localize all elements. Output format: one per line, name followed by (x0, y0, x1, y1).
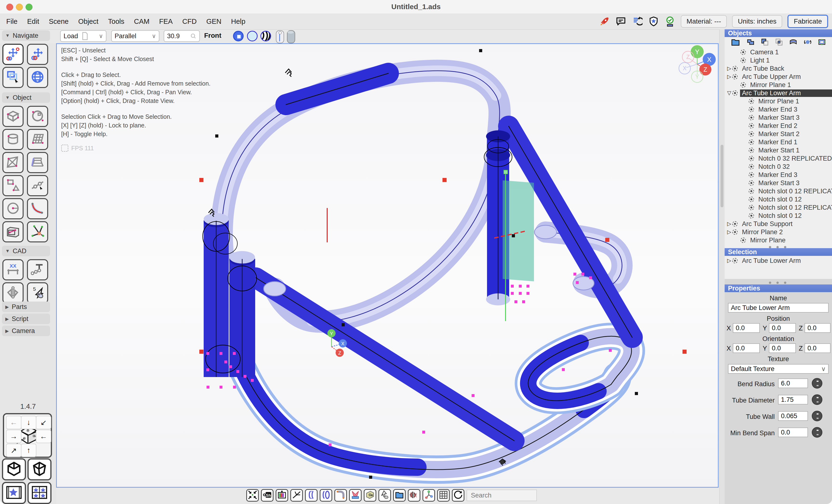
dimension-button[interactable]: XX (2, 259, 24, 280)
tube-bend-button[interactable] (334, 489, 347, 502)
object-visibility-icon[interactable] (749, 213, 754, 218)
search-input[interactable] (467, 489, 537, 501)
object-visibility-icon[interactable] (740, 237, 746, 243)
rotate-icon[interactable] (804, 38, 812, 47)
menu-edit[interactable]: Edit (27, 18, 39, 26)
tree-item[interactable]: Mirror Plane 1 (725, 97, 832, 105)
object-visibility-icon[interactable] (749, 156, 754, 161)
intersect-icon[interactable] (775, 38, 783, 47)
arc-pair-button[interactable] (305, 489, 317, 502)
objects-panel-header[interactable]: Objects (725, 29, 832, 37)
collapse-button[interactable] (246, 489, 259, 502)
bend-radius-field[interactable] (778, 379, 808, 388)
object-visibility-icon[interactable] (749, 197, 754, 202)
lathe-button[interactable] (27, 152, 48, 173)
unfold-button[interactable] (349, 489, 362, 502)
tree-item[interactable]: Marker End 1 (725, 138, 832, 146)
cube-persp-button[interactable] (27, 458, 52, 480)
tube-diameter-dial[interactable] (812, 394, 822, 405)
object-visibility-icon[interactable] (749, 99, 754, 104)
zebra-view-button[interactable] (260, 31, 271, 41)
object-visibility-icon[interactable] (749, 205, 754, 210)
position-y-field[interactable] (769, 323, 796, 333)
name-field[interactable] (728, 303, 829, 313)
probe-button[interactable] (379, 489, 391, 502)
band-icon[interactable] (789, 38, 797, 47)
orientation-z-field[interactable] (805, 343, 831, 353)
trim-button[interactable] (290, 489, 303, 502)
chevron-right-icon[interactable]: ▷ (726, 229, 732, 235)
tree-item[interactable]: Notch slot 0 12 (725, 212, 832, 220)
point-emitter-button[interactable] (27, 221, 48, 242)
object-visibility-icon[interactable] (749, 164, 754, 169)
shaded-square-view-button[interactable] (233, 31, 244, 41)
folder-icon[interactable] (731, 37, 740, 48)
shapes-2d-button[interactable] (2, 175, 24, 196)
zoom-field[interactable]: 30.9 (164, 30, 200, 42)
menu-fea[interactable]: FEA (159, 18, 173, 26)
shield-star-icon[interactable] (648, 16, 659, 27)
star-grid-button[interactable] (27, 482, 52, 504)
object-visibility-icon[interactable] (749, 172, 754, 177)
object-visibility-icon[interactable] (749, 148, 754, 153)
object-visibility-icon[interactable] (749, 131, 754, 137)
chevron-down-icon[interactable]: ▽ (726, 90, 732, 96)
object-visibility-icon[interactable] (732, 74, 738, 79)
nav-pad-arrow[interactable]: → (6, 430, 21, 443)
compare-button[interactable] (408, 489, 420, 502)
object-visibility-icon[interactable] (749, 115, 754, 120)
tree-item[interactable]: Mirror Plane (725, 236, 832, 244)
folder-button[interactable] (393, 489, 406, 502)
menu-gen[interactable]: GEN (206, 18, 222, 26)
tri-plane-button[interactable] (2, 152, 24, 173)
tree-item[interactable]: Notch 0 32 REPLICATED 113 (725, 155, 832, 163)
shader-button[interactable]: Sh (261, 489, 274, 502)
tree-item[interactable]: Notch slot 0 12 (725, 195, 832, 203)
list-refresh-icon[interactable] (632, 16, 643, 27)
units-button[interactable]: Units: inches (732, 15, 782, 28)
object-visibility-icon[interactable] (749, 123, 754, 129)
tree-item[interactable]: ▷Mirror Plane 2 (725, 228, 832, 236)
viewport-scrollbar[interactable] (719, 29, 725, 504)
viewport-3d[interactable]: Y X Z Y X Z Z X Y [ESC] - UnselectShift … (56, 43, 719, 488)
object-visibility-icon[interactable] (740, 82, 746, 87)
tree-item[interactable]: Marker End 3 (725, 171, 832, 179)
tree-item[interactable]: Notch 0 32 (725, 163, 832, 171)
position-z-field[interactable] (805, 323, 831, 333)
nav-pad-arrow[interactable]: ↓ (21, 416, 36, 429)
object-visibility-icon[interactable] (749, 139, 754, 145)
object-visibility-icon[interactable] (740, 58, 746, 63)
object-visibility-icon[interactable] (732, 66, 738, 71)
cylinder-axis-view-button[interactable] (276, 30, 284, 43)
load-dropdown[interactable]: Load ∨ (60, 30, 106, 42)
menu-object[interactable]: Object (78, 18, 99, 26)
object-visibility-icon[interactable] (749, 180, 754, 186)
screen-button[interactable] (276, 489, 288, 502)
menu-tools[interactable]: Tools (108, 18, 125, 26)
tree-item[interactable]: ▷Arc Tube Upper Arm (725, 73, 832, 81)
material-button[interactable]: Material: --- (681, 15, 727, 28)
star-view-button[interactable] (2, 482, 26, 504)
tree-item[interactable]: Mirror Plane 1 (725, 81, 832, 89)
t-joint-button[interactable] (27, 259, 48, 280)
object-visibility-icon[interactable] (732, 258, 738, 263)
object-visibility-icon[interactable] (749, 189, 754, 194)
texture-dropdown[interactable]: Default Texture ∨ (728, 364, 829, 374)
tree-item[interactable]: Marker Start 2 (725, 130, 832, 138)
move-select-button[interactable] (2, 44, 24, 65)
nav-pad-arrow[interactable]: ← (6, 416, 21, 429)
cylinder-button[interactable] (2, 129, 24, 150)
tube-wall-field[interactable] (778, 411, 808, 421)
menu-cfd[interactable]: CFD (182, 18, 197, 26)
sphere-button[interactable] (27, 106, 48, 127)
object-visibility-icon[interactable] (740, 50, 746, 55)
tube-wall-dial[interactable] (812, 411, 822, 421)
axes-button[interactable]: YZX (422, 489, 435, 502)
tree-item[interactable]: ▷Arc Tube Back (725, 64, 832, 73)
object-visibility-icon[interactable] (732, 90, 738, 96)
ellipse-pair-button[interactable] (320, 489, 332, 502)
orientation-x-field[interactable] (733, 343, 760, 353)
sidebar-section-cad[interactable]: ▼CAD (2, 246, 50, 256)
cube-iso-button[interactable] (2, 458, 26, 480)
tree-item[interactable]: Marker Start 3 (725, 113, 832, 122)
